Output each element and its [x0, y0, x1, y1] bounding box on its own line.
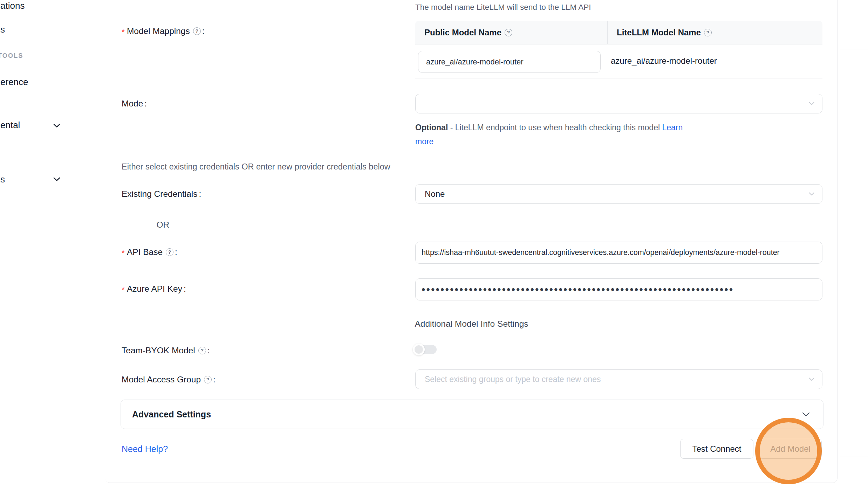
background-table-line: [840, 253, 868, 253]
existing-credentials-value: None: [425, 189, 445, 199]
sidebar: ations s TOOLS erence ental s: [0, 0, 105, 485]
table-row: azure_ai/azure-model-router: [415, 44, 822, 78]
divider-line: [121, 225, 148, 225]
background-strip: [838, 0, 868, 485]
help-icon[interactable]: ?: [198, 347, 206, 354]
help-icon[interactable]: ?: [505, 29, 512, 36]
azure-api-key-label-row: * Azure API Key :: [122, 284, 186, 294]
label-colon: :: [199, 189, 201, 199]
background-table-line: [840, 423, 868, 423]
help-icon[interactable]: ?: [204, 376, 212, 383]
sidebar-item-clipped-2[interactable]: s: [0, 24, 5, 35]
additional-settings-divider-text: Additional Model Info Settings: [415, 319, 528, 329]
mode-help-text: Optional - LiteLLM endpoint to use when …: [415, 120, 696, 148]
litellm-model-name-value: azure_ai/azure-model-router: [611, 56, 717, 66]
sidebar-item-clipped-4[interactable]: ental: [0, 120, 20, 130]
background-table-line: [840, 83, 868, 83]
model-access-group-label: Model Access Group: [122, 374, 201, 385]
mode-help-bold: Optional: [415, 123, 448, 132]
model-mappings-label-row: * Model Mappings ? :: [122, 26, 205, 36]
team-byok-label: Team-BYOK Model: [122, 345, 195, 356]
model-access-group-label-row: Model Access Group ? :: [122, 374, 216, 385]
existing-credentials-select[interactable]: None: [415, 184, 822, 204]
column-header-label: Public Model Name: [424, 28, 501, 37]
azure-api-key-label: Azure API Key: [127, 284, 182, 294]
mode-label-row: Mode :: [122, 98, 147, 109]
model-mappings-table: Public Model Name ? LiteLLM Model Name ?…: [415, 21, 822, 78]
sidebar-item-clipped-3[interactable]: erence: [0, 77, 28, 87]
model-mappings-label: Model Mappings: [127, 26, 190, 36]
background-table-line: [840, 151, 868, 151]
existing-credentials-label: Existing Credentials: [122, 189, 198, 199]
label-colon: :: [202, 26, 205, 36]
background-table-line: [840, 185, 868, 185]
background-table-line: [840, 49, 868, 49]
divider-line: [121, 324, 405, 324]
credentials-note: Either select existing credentials OR en…: [122, 161, 390, 172]
chevron-down-icon: [809, 102, 814, 105]
advanced-settings-label: Advanced Settings: [132, 409, 211, 420]
chevron-down-icon: [809, 192, 814, 196]
mode-select[interactable]: [415, 94, 822, 113]
label-colon: :: [207, 345, 210, 356]
api-base-input[interactable]: [415, 242, 822, 264]
label-colon: :: [213, 374, 216, 385]
column-header-litellm-model-name: LiteLLM Model Name ?: [607, 21, 822, 44]
public-model-name-input[interactable]: [418, 51, 601, 73]
add-model-page: ations s TOOLS erence ental s The model …: [0, 0, 868, 485]
add-model-button[interactable]: Add Model: [759, 439, 822, 459]
background-table-line: [840, 321, 868, 321]
mode-label: Mode: [122, 98, 143, 109]
team-byok-label-row: Team-BYOK Model ? :: [122, 345, 210, 356]
chevron-down-icon: [809, 377, 814, 381]
or-divider: OR: [121, 220, 822, 230]
need-help-link[interactable]: Need Help?: [122, 444, 168, 454]
toggle-knob: [413, 344, 425, 355]
team-byok-toggle[interactable]: [414, 345, 437, 354]
required-asterisk: *: [122, 27, 125, 37]
label-colon: :: [144, 98, 147, 109]
chevron-down-icon[interactable]: [53, 124, 60, 128]
model-access-group-placeholder: Select existing groups or type to create…: [425, 375, 601, 384]
background-table-line: [840, 117, 868, 117]
additional-settings-divider: Additional Model Info Settings: [121, 319, 822, 329]
model-name-note: The model name LiteLLM will send to the …: [415, 2, 591, 13]
label-colon: :: [175, 247, 177, 257]
help-icon[interactable]: ?: [704, 29, 712, 36]
column-header-label: LiteLLM Model Name: [617, 28, 701, 37]
column-header-public-model-name: Public Model Name ?: [415, 21, 607, 44]
model-access-group-select[interactable]: Select existing groups or type to create…: [415, 369, 822, 389]
sidebar-item-clipped-5[interactable]: s: [0, 174, 5, 185]
mode-help-body: - LiteLLM endpoint to use when health ch…: [448, 123, 662, 132]
help-icon[interactable]: ?: [166, 248, 173, 256]
test-connect-button[interactable]: Test Connect: [680, 439, 753, 459]
required-asterisk: *: [122, 285, 125, 295]
api-base-label-row: * API Base ? :: [122, 247, 177, 257]
advanced-settings-panel[interactable]: Advanced Settings: [121, 400, 823, 429]
background-table-line: [840, 355, 868, 355]
chevron-down-icon[interactable]: [53, 177, 60, 181]
required-asterisk: *: [122, 248, 125, 258]
sidebar-item-clipped-1[interactable]: ations: [0, 0, 25, 11]
sidebar-section-tools: TOOLS: [0, 52, 23, 60]
existing-credentials-label-row: Existing Credentials :: [122, 189, 201, 199]
table-header-row: Public Model Name ? LiteLLM Model Name ?: [415, 21, 822, 44]
chevron-down-icon: [802, 412, 810, 417]
api-base-label: API Base: [127, 247, 163, 257]
background-table-line: [840, 457, 868, 457]
background-table-line: [840, 287, 868, 287]
help-icon[interactable]: ?: [193, 27, 201, 35]
label-colon: :: [184, 284, 186, 294]
divider-line: [178, 225, 822, 225]
or-divider-text: OR: [157, 220, 170, 230]
divider-line: [538, 324, 822, 324]
background-table-line: [840, 219, 868, 219]
background-table-line: [840, 389, 868, 389]
azure-api-key-input[interactable]: [415, 278, 822, 300]
